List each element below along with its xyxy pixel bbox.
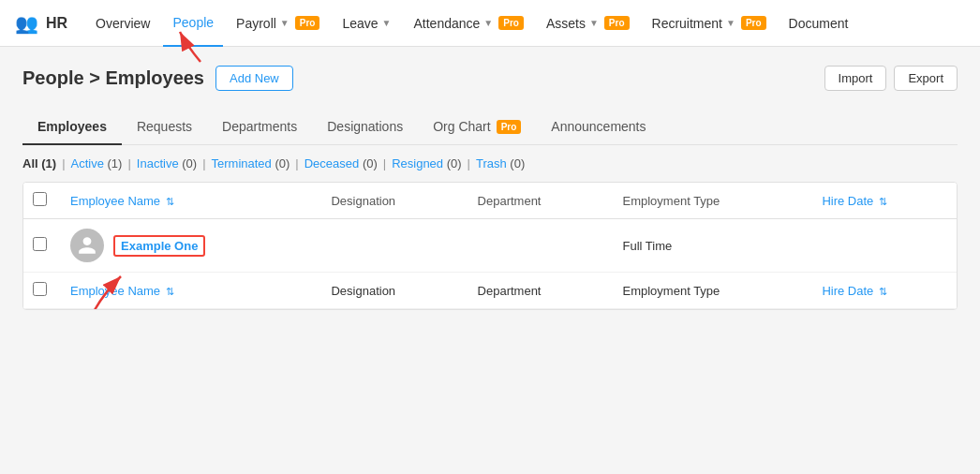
filter-inactive[interactable]: Inactive (0) xyxy=(137,156,197,170)
nav-label-overview: Overview xyxy=(96,16,150,31)
tab-departments[interactable]: Departments xyxy=(207,110,312,145)
filter-bar: All (1) | Active (1) | Inactive (0) | Te… xyxy=(22,156,958,170)
nav-label-document: Document xyxy=(789,16,849,31)
nav-label-leave: Leave xyxy=(342,16,378,31)
nav-item-recruitment[interactable]: Recruitment ▼ Pro xyxy=(643,0,776,47)
avatar-icon xyxy=(77,235,97,256)
footer-checkbox-col xyxy=(23,273,57,309)
tab-bar: Employees Requests Departments Designati… xyxy=(22,110,958,145)
filter-deceased[interactable]: Deceased (0) xyxy=(304,156,378,170)
col-label-department: Department xyxy=(478,194,542,208)
table-header-row: Employee Name ⇅ Designation Department E… xyxy=(23,183,957,219)
col-label-hire-date: Hire Date xyxy=(822,194,873,208)
tab-requests-label: Requests xyxy=(137,119,192,134)
assets-chevron: ▼ xyxy=(589,18,599,28)
tab-announcements-label: Announcements xyxy=(551,119,646,134)
tab-employees[interactable]: Employees xyxy=(22,110,122,145)
nav-item-people[interactable]: People xyxy=(163,0,223,47)
import-button[interactable]: Import xyxy=(824,66,887,91)
col-header-department: Department xyxy=(465,183,610,219)
footer-employee-name-col[interactable]: Employee Name ⇅ xyxy=(57,273,318,309)
footer-designation-label: Designation xyxy=(331,284,395,298)
col-label-employee-name: Employee Name xyxy=(70,194,160,208)
page-header: People > Employees Add New Import Export xyxy=(22,66,958,91)
footer-department-label: Department xyxy=(478,284,542,298)
attendance-badge: Pro xyxy=(498,16,524,30)
tab-designations-label: Designations xyxy=(327,119,403,134)
nav-label-recruitment: Recruitment xyxy=(652,16,722,31)
row-designation xyxy=(318,219,464,273)
attendance-chevron: ▼ xyxy=(483,18,493,28)
breadcrumb-sep: > xyxy=(89,67,105,88)
footer-department-col: Department xyxy=(465,273,610,309)
add-new-button[interactable]: Add New xyxy=(215,66,293,91)
footer-employment-type-col: Employment Type xyxy=(610,273,809,309)
filter-all[interactable]: All (1) xyxy=(22,156,56,170)
filter-resigned[interactable]: Resigned (0) xyxy=(392,156,461,170)
footer-checkbox[interactable] xyxy=(33,282,47,296)
breadcrumb-root: People xyxy=(22,67,84,88)
nav-label-attendance: Attendance xyxy=(414,16,481,31)
footer-employee-name-label: Employee Name xyxy=(70,284,160,298)
org-chart-pro-badge: Pro xyxy=(497,120,522,134)
tab-org-chart-label: Org Chart xyxy=(433,119,490,134)
row-checkbox-col xyxy=(23,219,57,273)
tab-designations[interactable]: Designations xyxy=(312,110,418,145)
nav-label-people: People xyxy=(172,15,214,30)
select-all-checkbox[interactable] xyxy=(33,192,47,206)
assets-badge: Pro xyxy=(604,16,630,30)
nav-item-leave[interactable]: Leave ▼ xyxy=(333,0,400,47)
nav-label-assets: Assets xyxy=(546,16,586,31)
nav-item-document[interactable]: Document xyxy=(780,0,858,47)
breadcrumb-current: Employees xyxy=(105,67,204,88)
col-label-employment-type: Employment Type xyxy=(623,194,720,208)
tab-announcements[interactable]: Announcements xyxy=(536,110,661,145)
nav-item-attendance[interactable]: Attendance ▼ Pro xyxy=(405,0,533,47)
page-title: People > Employees xyxy=(22,67,204,89)
col-header-hire-date[interactable]: Hire Date ⇅ xyxy=(809,183,957,219)
recruitment-badge: Pro xyxy=(741,16,766,30)
payroll-chevron: ▼ xyxy=(280,18,290,28)
col-header-employee-name[interactable]: Employee Name ⇅ xyxy=(57,183,318,219)
nav-label-payroll: Payroll xyxy=(236,16,276,31)
page-content: People > Employees Add New Import Export… xyxy=(0,47,980,474)
tab-org-chart[interactable]: Org Chart Pro xyxy=(418,110,536,145)
filter-trash[interactable]: Trash (0) xyxy=(476,156,525,170)
filter-active[interactable]: Active (1) xyxy=(71,156,123,170)
recruitment-chevron: ▼ xyxy=(726,18,735,28)
top-navigation: 👥 HR Overview People Payroll ▼ Pro Leave… xyxy=(0,0,980,47)
table-footer-row: Employee Name ⇅ Designation Department E… xyxy=(23,273,957,309)
footer-employment-type-label: Employment Type xyxy=(623,284,720,298)
nav-item-overview[interactable]: Overview xyxy=(86,0,159,47)
nav-item-assets[interactable]: Assets ▼ Pro xyxy=(537,0,639,47)
row-employee-name-cell: Example One xyxy=(57,219,318,273)
col-header-employment-type: Employment Type xyxy=(610,183,809,219)
footer-hire-date-label: Hire Date xyxy=(822,284,873,298)
avatar xyxy=(70,229,104,262)
tab-employees-label: Employees xyxy=(37,119,107,134)
filter-terminated[interactable]: Terminated (0) xyxy=(212,156,290,170)
row-checkbox[interactable] xyxy=(33,237,47,251)
footer-sort-icon-name: ⇅ xyxy=(166,286,174,297)
leave-chevron: ▼ xyxy=(382,18,392,28)
employee-name-link[interactable]: Example One xyxy=(113,235,205,257)
hr-logo-icon: 👥 xyxy=(15,12,38,35)
header-actions: Import Export xyxy=(824,66,958,91)
footer-sort-icon-hire-date: ⇅ xyxy=(879,286,887,297)
nav-item-payroll[interactable]: Payroll ▼ Pro xyxy=(227,0,329,47)
app-logo: 👥 HR xyxy=(15,12,67,35)
col-label-designation: Designation xyxy=(331,194,395,208)
row-hire-date xyxy=(809,219,957,273)
row-employment-type-value: Full Time xyxy=(623,239,673,253)
employee-cell: Example One xyxy=(70,229,304,262)
footer-designation-col: Designation xyxy=(318,273,464,309)
employees-table: Employee Name ⇅ Designation Department E… xyxy=(22,182,958,310)
row-department xyxy=(465,219,610,273)
table-row: Example One xyxy=(23,219,957,273)
col-header-designation: Designation xyxy=(318,183,464,219)
export-button[interactable]: Export xyxy=(894,66,958,91)
header-checkbox-col xyxy=(23,183,57,219)
tab-requests[interactable]: Requests xyxy=(122,110,207,145)
footer-hire-date-col[interactable]: Hire Date ⇅ xyxy=(809,273,957,309)
payroll-badge: Pro xyxy=(295,16,320,30)
